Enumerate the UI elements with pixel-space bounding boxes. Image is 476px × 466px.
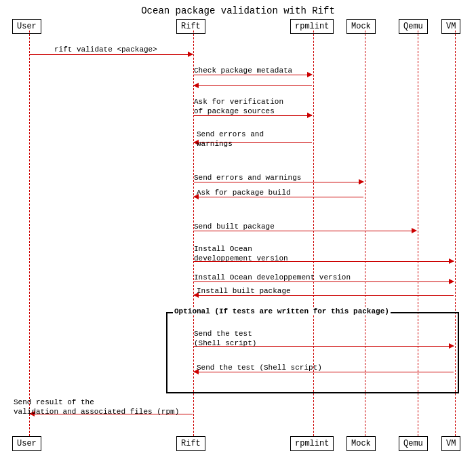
lifeline-user	[29, 31, 30, 436]
diagram-title: Ocean package validation with Rift	[0, 0, 476, 16]
label-msg10: Install built package	[197, 286, 291, 296]
actor-user-top: User	[12, 19, 41, 34]
actor-rpmlint-bottom: rpmlint	[290, 436, 334, 451]
label-msg1: rift validate <package>	[54, 45, 157, 54]
actor-qemu-bottom: Qemu	[399, 436, 428, 451]
label-msg8: Install Oceandeveloppement version	[194, 244, 288, 264]
label-msg3: Ask for verificationof package sources	[194, 97, 283, 117]
arrow-msg2r	[194, 85, 312, 86]
actor-mock-top: Mock	[346, 19, 376, 34]
label-msg4: Send errors andwarnings	[197, 130, 264, 149]
label-msg11: Send the test(Shell script)	[194, 329, 256, 349]
actor-rift-bottom: Rift	[176, 436, 205, 451]
optional-box: Optional (If tests are written for this …	[166, 312, 459, 393]
actor-user-bottom: User	[12, 436, 41, 451]
label-msg5: Send errors and warnings	[194, 173, 301, 182]
label-msg7: Send built package	[194, 222, 275, 231]
actor-rift-top: Rift	[176, 19, 205, 34]
diagram: Ocean package validation with Rift User …	[0, 0, 476, 466]
label-msg2: Check package metadata	[194, 66, 292, 75]
label-msg12: Send the test (Shell script)	[197, 363, 322, 372]
label-msg6: Ask for package build	[197, 188, 291, 197]
label-msg13: Send result of thevalidation and associa…	[14, 397, 179, 417]
actor-mock-bottom: Mock	[346, 436, 376, 451]
optional-label: Optional (If tests are written for this …	[173, 307, 391, 315]
actor-qemu-top: Qemu	[399, 19, 428, 34]
actor-vm-bottom: VM	[441, 436, 460, 451]
label-msg9: Install Ocean developpement version	[194, 273, 351, 282]
actor-vm-top: VM	[441, 19, 460, 34]
actor-rpmlint-top: rpmlint	[290, 19, 334, 34]
